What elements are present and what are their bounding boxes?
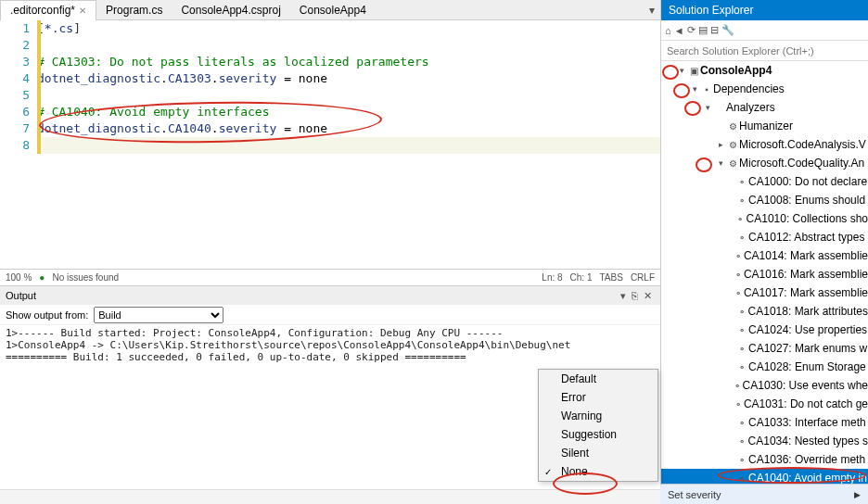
expand-icon[interactable]: ▾	[689, 84, 700, 94]
show-all-icon[interactable]: ▤	[698, 24, 708, 36]
code-line[interactable]	[37, 87, 660, 104]
node-icon: ⚬	[735, 233, 748, 243]
node-icon: ⚬	[733, 381, 743, 391]
tree-item[interactable]: ⚙Humanizer	[661, 117, 868, 135]
tree-item-label: CA1027: Mark enums w	[748, 342, 867, 355]
output-close-icon[interactable]: ✕	[641, 290, 655, 302]
back-icon[interactable]: ◄	[674, 25, 684, 36]
tree-item[interactable]: ⚬CA1036: Override meth	[661, 450, 868, 469]
tree-item-label: CA1012: Abstract types	[748, 231, 864, 244]
tree-item-label: CA1036: Override meth	[748, 453, 865, 466]
tree-item[interactable]: ▾⚙Microsoft.CodeQuality.An	[661, 154, 868, 172]
tree-item-label: CA1018: Mark attributes	[748, 305, 868, 318]
code-editor[interactable]: 12345678 [*.cs] # CA1303: Do not pass li…	[0, 20, 660, 269]
document-tab[interactable]: ConsoleApp4.csproj	[172, 0, 289, 20]
tree-item[interactable]: ⚬CA1018: Mark attributes	[661, 302, 868, 321]
code-line[interactable]: [*.cs]	[37, 20, 660, 37]
tree-item-label: CA1033: Interface meth	[748, 416, 866, 429]
tree-item[interactable]: ⚬CA1012: Abstract types	[661, 228, 868, 246]
output-source-select[interactable]: Build	[94, 307, 223, 323]
tree-item[interactable]: ⚬CA1024: Use properties	[661, 321, 868, 339]
expand-icon[interactable]: ▾	[702, 103, 713, 112]
solution-search-input[interactable]	[661, 44, 868, 58]
expand-icon[interactable]: ▾	[676, 66, 687, 75]
tree-item-label: CA1010: Collections sho	[747, 212, 868, 225]
node-icon: ⚬	[735, 344, 748, 354]
output-pin-icon[interactable]: ⎘	[629, 290, 641, 301]
node-icon: ⚬	[735, 177, 748, 187]
output-dropdown-icon[interactable]: ▾	[618, 290, 629, 302]
close-tab-icon[interactable]: ✕	[79, 6, 86, 16]
tree-item-label: CA1008: Enums should	[748, 194, 865, 207]
document-tab[interactable]: Program.cs	[96, 0, 172, 20]
tree-item-label: Analyzers	[726, 101, 775, 114]
node-icon: ⚬	[735, 436, 748, 447]
tree-item-label: CA1028: Enum Storage	[748, 360, 866, 373]
tree-item[interactable]: ⚬CA1008: Enums should	[661, 191, 868, 209]
set-severity-menu-item[interactable]: Set severity ▶	[660, 484, 868, 504]
node-icon: ⚬	[735, 473, 748, 484]
code-line[interactable]	[37, 37, 660, 54]
node-icon: ⚙	[726, 140, 739, 150]
sync-icon[interactable]: ⟳	[687, 24, 696, 36]
tree-item[interactable]: ⚬CA1000: Do not declare	[661, 172, 868, 191]
line-number: 4	[0, 70, 30, 87]
node-icon: ⚬	[734, 251, 744, 261]
tree-item[interactable]: ⚬CA1014: Mark assemblie	[661, 246, 868, 265]
horizontal-scrollbar[interactable]	[0, 489, 660, 504]
tree-item[interactable]: ⚬CA1034: Nested types s	[661, 432, 868, 450]
line-ending: CRLF	[631, 272, 655, 283]
code-line[interactable]	[37, 137, 660, 154]
solution-explorer-title: Solution Explorer	[661, 0, 868, 20]
node-icon: ⚙	[726, 121, 739, 132]
submenu-arrow-icon: ▶	[854, 490, 861, 499]
output-title: Output	[6, 290, 36, 301]
severity-option[interactable]: Silent	[539, 444, 657, 462]
issues-status: No issues found	[52, 272, 119, 283]
expand-icon[interactable]: ▸	[715, 140, 726, 149]
tree-item[interactable]: ⚬CA1010: Collections sho	[661, 209, 868, 228]
severity-option[interactable]: Suggestion	[539, 425, 657, 444]
tree-item[interactable]: ⚬CA1033: Interface meth	[661, 413, 868, 432]
node-icon: ⚬	[735, 325, 748, 335]
code-line[interactable]: # CA1040: Avoid empty interfaces	[37, 104, 660, 120]
tree-item[interactable]: ▾▣ConsoleApp4	[661, 61, 868, 80]
tree-item-label: CA1040: Avoid empty in	[748, 472, 867, 485]
properties-icon[interactable]: 🔧	[721, 24, 734, 36]
col-indicator: Ch: 1	[570, 272, 593, 283]
tree-item[interactable]: ⚬CA1030: Use events whe	[661, 376, 868, 395]
tree-item[interactable]: ⚬CA1016: Mark assemblie	[661, 265, 868, 284]
home-icon[interactable]: ⌂	[665, 25, 671, 36]
severity-option[interactable]: Warning	[539, 407, 657, 425]
code-line[interactable]: # CA1303: Do not pass literals as locali…	[37, 54, 660, 70]
line-number: 2	[0, 37, 30, 54]
indent-mode: TABS	[599, 272, 622, 283]
severity-option[interactable]: ✓None	[539, 462, 657, 481]
tree-item[interactable]: ⚬CA1017: Mark assemblie	[661, 284, 868, 302]
document-tab[interactable]: .editorconfig*✕	[0, 0, 96, 20]
zoom-level[interactable]: 100 %	[6, 272, 32, 283]
severity-option[interactable]: Error	[539, 388, 657, 407]
document-tab[interactable]: ConsoleApp4	[290, 0, 376, 20]
tab-overflow-icon[interactable]: ▾	[644, 4, 660, 17]
code-line[interactable]: dotnet_diagnostic.CA1040.severity = none	[37, 120, 660, 137]
code-line[interactable]: dotnet_diagnostic.CA1303.severity = none	[37, 70, 660, 87]
line-number: 5	[0, 87, 30, 104]
collapse-icon[interactable]: ⊟	[710, 24, 719, 36]
tree-item[interactable]: ⚬CA1028: Enum Storage	[661, 358, 868, 376]
node-icon: ⚬	[734, 214, 747, 224]
node-icon: ▣	[687, 66, 700, 76]
tree-item[interactable]: ⚬CA1031: Do not catch ge	[661, 395, 868, 413]
tree-item[interactable]: ▾▪Dependencies	[661, 80, 868, 98]
tree-item[interactable]: ▸⚙Microsoft.CodeAnalysis.V	[661, 135, 868, 154]
tree-item[interactable]: ⚬CA1027: Mark enums w	[661, 339, 868, 358]
tree-item-label: ConsoleApp4	[700, 64, 772, 77]
expand-icon[interactable]: ▾	[715, 158, 726, 168]
solution-explorer: Solution Explorer ⌂ ◄ ⟳ ▤ ⊟ 🔧 ▾▣ConsoleA…	[660, 0, 868, 504]
tree-item[interactable]: ▾Analyzers	[661, 98, 868, 117]
tree-item-label: CA1000: Do not declare	[748, 175, 867, 188]
tree-item-label: Dependencies	[713, 82, 785, 95]
severity-option[interactable]: Default	[539, 370, 657, 388]
tree-item-label: CA1034: Nested types s	[748, 435, 868, 447]
node-icon: ⚙	[726, 158, 739, 169]
